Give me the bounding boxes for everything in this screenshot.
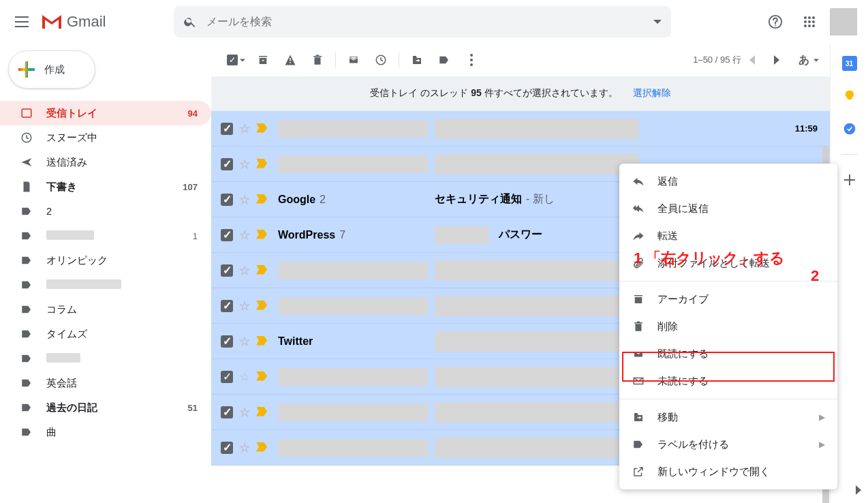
delete-icon[interactable] xyxy=(304,46,331,74)
menu-icon[interactable] xyxy=(5,5,38,38)
apps-grid-icon[interactable] xyxy=(796,8,823,35)
star-icon[interactable]: ☆ xyxy=(233,299,256,314)
search-icon[interactable] xyxy=(183,15,197,29)
move-icon xyxy=(632,410,645,424)
row-checkbox[interactable]: ✓ xyxy=(221,123,233,135)
nav-label: 英会話 xyxy=(46,377,198,390)
prev-page-icon[interactable] xyxy=(741,48,764,72)
importance-icon[interactable] xyxy=(256,301,270,311)
importance-icon[interactable] xyxy=(256,442,270,453)
svg-point-16 xyxy=(470,63,473,66)
input-tool-indicator[interactable]: あ xyxy=(799,53,809,67)
ctx-label: ラベルを付ける xyxy=(657,438,807,451)
report-spam-icon[interactable] xyxy=(277,46,304,74)
sidebar-item-2[interactable]: 送信済み xyxy=(0,150,211,174)
importance-icon[interactable] xyxy=(256,194,270,205)
importance-icon[interactable] xyxy=(256,407,270,418)
sidebar-item-8[interactable]: コラム xyxy=(0,297,211,322)
star-icon[interactable]: ☆ xyxy=(233,369,256,384)
ctx-open-new[interactable]: 新しいウィンドウで開く xyxy=(619,458,837,485)
help-icon[interactable] xyxy=(762,8,789,35)
ctx-attachment[interactable]: 添付ファイルとして転送 xyxy=(619,249,837,277)
row-checkbox[interactable]: ✓ xyxy=(221,194,233,206)
star-icon[interactable]: ☆ xyxy=(233,405,256,420)
sidebar-item-1[interactable]: スヌーズ中 xyxy=(0,125,211,150)
star-icon[interactable]: ☆ xyxy=(233,157,256,172)
star-icon[interactable]: ☆ xyxy=(233,228,256,243)
tasks-icon[interactable] xyxy=(842,121,857,136)
ctx-mark-unread[interactable]: 未読にする xyxy=(619,367,837,395)
mark-read-icon[interactable] xyxy=(340,46,367,74)
ctx-reply-all[interactable]: 全員に返信 xyxy=(619,195,837,222)
nav-icon xyxy=(19,377,34,389)
ctx-mark-read[interactable]: 既読にする xyxy=(619,340,837,367)
ctx-forward[interactable]: 転送 xyxy=(619,222,837,249)
sidebar-item-4[interactable]: 2 xyxy=(0,199,211,224)
sidebar-item-11[interactable]: 英会話 xyxy=(0,371,211,395)
nav-icon xyxy=(19,132,34,144)
sidebar-item-9[interactable]: タイムズ xyxy=(0,322,211,346)
row-checkbox[interactable]: ✓ xyxy=(221,300,233,312)
sidebar-item-6[interactable]: オリンピック xyxy=(0,248,211,273)
ctx-label: 新しいウィンドウで開く xyxy=(657,466,825,478)
sidebar-item-12[interactable]: 過去の日記51 xyxy=(0,395,211,420)
row-checkbox[interactable]: ✓ xyxy=(221,442,233,454)
account-avatar[interactable] xyxy=(830,8,857,35)
row-checkbox[interactable]: ✓ xyxy=(221,158,233,170)
ctx-reply[interactable]: 返信 xyxy=(619,168,837,195)
importance-icon[interactable] xyxy=(256,371,270,382)
archive-icon[interactable] xyxy=(249,46,277,74)
next-page-icon[interactable] xyxy=(764,48,788,72)
keep-icon[interactable] xyxy=(842,89,857,104)
calendar-icon[interactable]: 31 xyxy=(842,56,857,71)
nav-icon xyxy=(19,156,34,168)
nav-label: スヌーズ中 xyxy=(46,132,198,144)
star-icon[interactable]: ☆ xyxy=(233,334,256,349)
star-icon[interactable]: ☆ xyxy=(233,440,256,455)
row-time: 11:59 xyxy=(783,123,830,134)
gmail-logo[interactable]: Gmail xyxy=(41,13,106,31)
importance-icon[interactable] xyxy=(256,230,270,241)
add-addon-icon[interactable] xyxy=(842,172,857,187)
star-icon[interactable]: ☆ xyxy=(233,192,256,207)
ctx-trash[interactable]: 削除 xyxy=(619,313,837,340)
move-to-icon[interactable] xyxy=(403,46,431,74)
ctx-move[interactable]: 移動▶ xyxy=(619,403,837,431)
row-checkbox[interactable]: ✓ xyxy=(221,335,233,348)
sidebar-item-10[interactable] xyxy=(0,346,211,371)
sidebar-item-13[interactable]: 曲 xyxy=(0,420,211,444)
mark-read-icon xyxy=(632,347,645,361)
row-checkbox[interactable]: ✓ xyxy=(221,264,233,277)
importance-icon[interactable] xyxy=(256,123,270,134)
banner-prefix: 受信トレイ のスレッド xyxy=(370,87,471,98)
sidebar-item-0[interactable]: 受信トレイ94 xyxy=(0,101,211,125)
row-checkbox[interactable]: ✓ xyxy=(221,229,233,241)
importance-icon[interactable] xyxy=(256,159,270,170)
star-icon[interactable]: ☆ xyxy=(233,263,256,278)
snooze-icon[interactable] xyxy=(367,46,394,74)
nav-label: 下書き xyxy=(46,181,183,194)
compose-button[interactable]: 作成 xyxy=(8,50,95,89)
row-sender xyxy=(278,297,435,315)
row-checkbox[interactable]: ✓ xyxy=(221,406,233,418)
deselect-link[interactable]: 選択解除 xyxy=(633,87,671,98)
nav-badge: 94 xyxy=(188,108,198,119)
search-input[interactable] xyxy=(197,16,653,28)
nav-label: 過去の日記 xyxy=(46,401,188,414)
select-all-checkbox[interactable]: ✓ xyxy=(222,46,249,74)
ctx-label[interactable]: ラベルを付ける▶ xyxy=(619,431,837,458)
sidebar-item-3[interactable]: 下書き107 xyxy=(0,174,211,199)
ctx-archive[interactable]: アーカイブ xyxy=(619,286,837,313)
star-icon[interactable]: ☆ xyxy=(233,121,256,136)
importance-icon[interactable] xyxy=(256,265,270,276)
ctx-label: 未読にする xyxy=(657,375,825,388)
sidebar-item-7[interactable] xyxy=(0,273,211,297)
labels-icon[interactable] xyxy=(431,46,458,74)
sidebar-item-5[interactable]: 1 xyxy=(0,224,211,248)
row-checkbox[interactable]: ✓ xyxy=(221,371,233,383)
collapse-panel-icon[interactable] xyxy=(854,485,861,495)
search-options-icon[interactable] xyxy=(653,18,662,26)
more-icon[interactable] xyxy=(458,46,485,74)
importance-icon[interactable] xyxy=(256,336,270,347)
mail-row[interactable]: ✓ ☆ 11:59 xyxy=(211,111,830,147)
